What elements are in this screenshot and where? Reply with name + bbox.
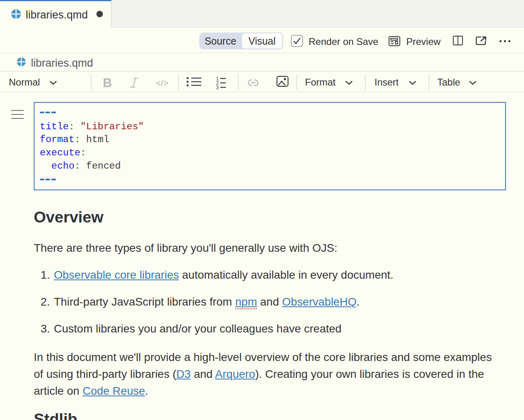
svg-text:3: 3 [216,85,219,90]
